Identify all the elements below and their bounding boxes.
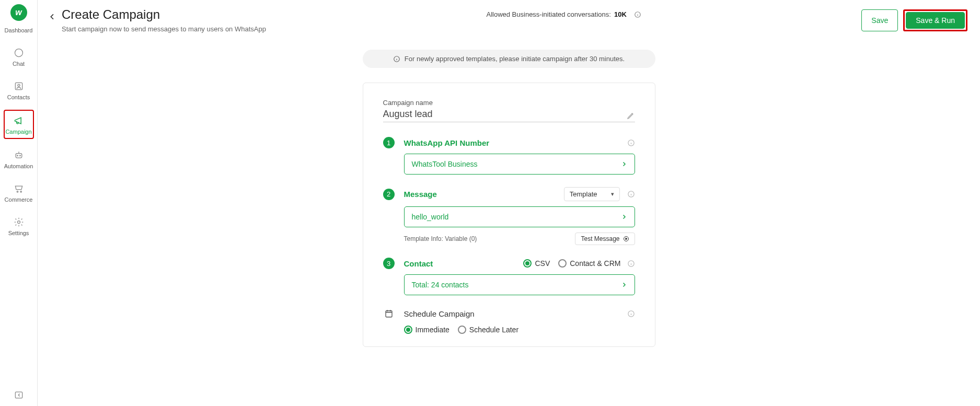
app-logo: w (10, 4, 27, 21)
svg-point-8 (17, 221, 20, 224)
step-3-title: Contact (404, 259, 524, 268)
contacts-select[interactable]: Total: 24 contacts (404, 274, 635, 295)
topbar: Create Campaign Start campaign now to se… (38, 0, 980, 33)
info-icon[interactable] (627, 139, 635, 147)
contact-source-crm-radio[interactable]: Contact & CRM (558, 259, 620, 268)
chevron-right-icon (621, 161, 627, 167)
sidebar-item-collapse[interactable] (4, 385, 34, 406)
svg-point-6 (17, 191, 18, 193)
whatsapp-number-select[interactable]: WhatsTool Business (404, 154, 635, 175)
sidebar-item-label: Dashboard (5, 27, 33, 33)
campaign-name-label: Campaign name (383, 99, 635, 107)
schedule-immediate-radio[interactable]: Immediate (404, 326, 449, 334)
sidebar-item-label: Automation (4, 163, 33, 169)
campaign-form-card: Campaign name 1 WhatsApp API Number (363, 83, 655, 347)
collapse-icon (13, 389, 25, 401)
sidebar-item-label: Campaign (5, 129, 31, 135)
calendar-icon (383, 308, 395, 319)
svg-point-2 (17, 84, 19, 86)
info-banner: For newly approved templates, please ini… (363, 50, 655, 68)
step-2-title: Message (404, 190, 564, 199)
svg-rect-16 (386, 311, 392, 317)
sidebar-item-chat[interactable]: Chat (4, 43, 34, 70)
chevron-right-icon (621, 214, 627, 220)
sidebar-item-label: Contacts (7, 94, 30, 100)
play-icon (623, 236, 629, 242)
step-number-2: 2 (383, 189, 395, 200)
schedule-title: Schedule Campaign (404, 309, 623, 318)
page-title: Create Campaign (62, 7, 266, 22)
svg-point-4 (17, 155, 18, 156)
template-info-text: Template Info: Variable (0) (404, 235, 477, 242)
step-number-3: 3 (383, 258, 395, 269)
svg-point-5 (19, 155, 20, 156)
sidebar-item-label: Commerce (5, 196, 33, 203)
campaign-name-input[interactable] (383, 107, 627, 120)
robot-icon (13, 149, 25, 161)
info-icon[interactable] (627, 260, 635, 268)
page-subtitle: Start campaign now to send messages to m… (62, 25, 266, 33)
info-icon[interactable] (627, 190, 635, 198)
cart-icon (13, 183, 25, 194)
gear-icon (13, 216, 25, 228)
sidebar-item-dashboard[interactable]: Dashboard (4, 23, 34, 37)
step-1-title: WhatsApp API Number (404, 138, 623, 147)
info-icon (393, 55, 400, 63)
step-number-1: 1 (383, 137, 395, 148)
template-select[interactable]: hello_world (404, 206, 635, 227)
info-icon[interactable] (634, 11, 641, 18)
save-button[interactable]: Save (861, 9, 898, 31)
info-icon[interactable] (627, 310, 635, 318)
message-type-dropdown[interactable]: Template ▾ (564, 187, 620, 201)
allowed-conversations-text: Allowed Business-initiated conversations… (486, 10, 641, 18)
sidebar-item-automation[interactable]: Automation (4, 145, 34, 172)
sidebar-item-label: Chat (13, 61, 25, 67)
sidebar-item-campaign[interactable]: Campaign (4, 110, 34, 139)
contacts-icon (13, 80, 25, 92)
sidebar-item-settings[interactable]: Settings (4, 212, 34, 239)
svg-rect-3 (16, 154, 22, 158)
sidebar-item-commerce[interactable]: Commerce (4, 179, 34, 206)
pencil-icon[interactable] (627, 111, 635, 120)
sidebar-item-label: Settings (8, 230, 29, 236)
save-run-button[interactable]: Save & Run (906, 12, 965, 29)
schedule-later-radio[interactable]: Schedule Later (458, 326, 518, 334)
megaphone-icon (13, 115, 25, 126)
test-message-button[interactable]: Test Message (575, 233, 635, 245)
chevron-down-icon: ▾ (611, 191, 614, 198)
back-button[interactable] (45, 9, 60, 24)
sidebar-item-contacts[interactable]: Contacts (4, 76, 34, 103)
chat-icon (13, 47, 25, 59)
svg-point-7 (20, 191, 21, 193)
contact-source-csv-radio[interactable]: CSV (523, 259, 550, 268)
sidebar: w Dashboard Chat Contacts Campaign (0, 0, 38, 406)
chevron-right-icon (621, 282, 627, 288)
save-run-highlight: Save & Run (903, 9, 967, 31)
